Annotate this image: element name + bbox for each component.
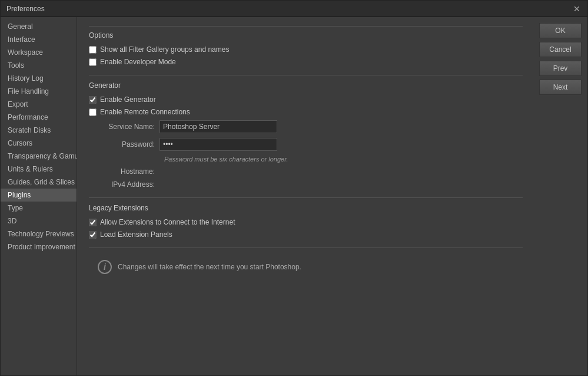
enable-remote-label: Enable Remote Connections (100, 108, 190, 116)
service-name-label: Service Name: (89, 123, 160, 131)
legacy-extensions-section: Legacy Extensions Allow Extensions to Co… (89, 204, 523, 239)
show-filter-checkbox[interactable] (89, 46, 97, 54)
load-extension-panels-checkbox[interactable] (89, 231, 97, 239)
show-filter-row: Show all Filter Gallery groups and names (89, 45, 523, 54)
enable-remote-checkbox[interactable] (89, 108, 97, 116)
notice-text: Changes will take effect the next time y… (118, 263, 301, 271)
sidebar-item-workspace[interactable]: Workspace (1, 46, 77, 59)
sidebar-item-tools[interactable]: Tools (1, 59, 77, 72)
enable-generator-checkbox[interactable] (89, 96, 97, 104)
password-row: Password: (89, 138, 523, 151)
password-input[interactable] (160, 138, 277, 151)
developer-mode-row: Enable Developer Mode (89, 58, 523, 66)
generator-header: Generator (89, 81, 523, 90)
ok-button[interactable]: OK (539, 23, 582, 38)
options-header: Options (89, 26, 523, 39)
load-extension-panels-label: Load Extension Panels (100, 230, 172, 239)
preferences-window: Preferences ✕ GeneralInterfaceWorkspaceT… (0, 0, 588, 376)
sidebar-item-product-improvement[interactable]: Product Improvement (1, 240, 77, 253)
sidebar-item-guides--grid---slices[interactable]: Guides, Grid & Slices (1, 176, 77, 189)
sidebar-item-export[interactable]: Export (1, 98, 77, 111)
main-panel: Options Show all Filter Gallery groups a… (77, 17, 534, 375)
sidebar-item-type[interactable]: Type (1, 202, 77, 215)
notice-row: i Changes will take effect the next time… (89, 254, 523, 280)
sidebar-item-performance[interactable]: Performance (1, 111, 77, 124)
options-section: Options Show all Filter Gallery groups a… (89, 26, 523, 66)
allow-extensions-row: Allow Extensions to Connect to the Inter… (89, 218, 523, 226)
next-button[interactable]: Next (539, 80, 582, 95)
hostname-label: Hostname: (89, 167, 160, 176)
ipv4-row: IPv4 Address: (89, 180, 523, 189)
allow-extensions-checkbox[interactable] (89, 219, 97, 226)
cancel-button[interactable]: Cancel (539, 42, 582, 57)
sidebar-item-units---rulers[interactable]: Units & Rulers (1, 163, 77, 176)
sidebar-item-plugins[interactable]: Plugins (1, 189, 77, 202)
sidebar: GeneralInterfaceWorkspaceToolsHistory Lo… (1, 17, 77, 375)
sidebar-item-general[interactable]: General (1, 20, 77, 33)
sidebar-item-3d[interactable]: 3D (1, 215, 77, 227)
sidebar-item-transparency---gamut[interactable]: Transparency & Gamut (1, 150, 77, 163)
sidebar-item-technology-previews[interactable]: Technology Previews (1, 227, 77, 240)
legacy-extensions-header: Legacy Extensions (89, 204, 523, 212)
generator-section: Generator Enable Generator Enable Remote… (89, 81, 523, 189)
divider-2 (89, 197, 523, 198)
main-content-area: GeneralInterfaceWorkspaceToolsHistory Lo… (1, 17, 587, 375)
enable-generator-label: Enable Generator (100, 95, 156, 104)
developer-mode-checkbox[interactable] (89, 58, 97, 66)
hostname-row: Hostname: (89, 167, 523, 176)
show-filter-label: Show all Filter Gallery groups and names (100, 45, 229, 54)
sidebar-item-interface[interactable]: Interface (1, 33, 77, 46)
prev-button[interactable]: Prev (539, 61, 582, 76)
load-extension-panels-row: Load Extension Panels (89, 230, 523, 239)
sidebar-item-history-log[interactable]: History Log (1, 72, 77, 85)
service-name-row: Service Name: (89, 120, 523, 133)
password-label: Password: (89, 140, 160, 149)
buttons-panel: OK Cancel Prev Next (534, 17, 587, 375)
title-bar: Preferences ✕ (1, 1, 587, 17)
info-icon: i (98, 260, 112, 274)
password-hint: Password must be six characters or longe… (164, 156, 523, 163)
developer-mode-label: Enable Developer Mode (100, 58, 176, 66)
divider-3 (89, 248, 523, 248)
ipv4-label: IPv4 Address: (89, 180, 160, 189)
close-button[interactable]: ✕ (572, 4, 582, 14)
sidebar-item-scratch-disks[interactable]: Scratch Disks (1, 124, 77, 137)
divider-1 (89, 75, 523, 75)
enable-remote-row: Enable Remote Connections (89, 108, 523, 116)
sidebar-item-file-handling[interactable]: File Handling (1, 85, 77, 98)
settings-content: Options Show all Filter Gallery groups a… (77, 17, 534, 375)
sidebar-item-cursors[interactable]: Cursors (1, 137, 77, 150)
allow-extensions-label: Allow Extensions to Connect to the Inter… (100, 218, 235, 226)
service-name-input[interactable] (160, 120, 277, 133)
enable-generator-row: Enable Generator (89, 95, 523, 104)
window-title: Preferences (6, 5, 45, 13)
